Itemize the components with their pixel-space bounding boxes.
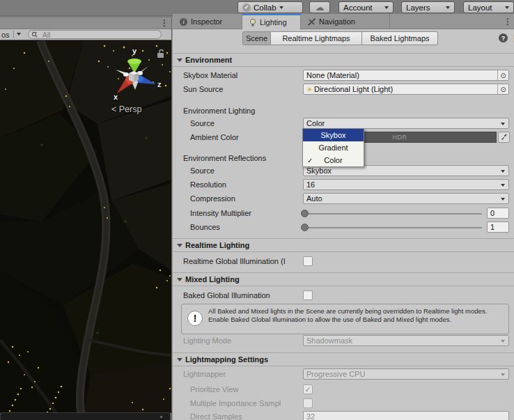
direct-samples-row: Direct Samples 32 (173, 411, 514, 420)
layers-button[interactable]: Layers (401, 1, 455, 13)
account-label: Account (343, 3, 373, 12)
sun-source-row: Sun Source ☀ Directional Light (Light) ⊙ (173, 84, 514, 96)
scene-search-field[interactable] (28, 30, 162, 39)
section-realtime-lighting[interactable]: Realtime Lighting (173, 238, 514, 252)
menu-item-gradient[interactable]: Gradient (303, 141, 364, 154)
sun-source-field[interactable]: ☀ Directional Light (Light) ⊙ (303, 84, 509, 95)
lightmapper-dropdown[interactable]: Progressive CPU (303, 368, 509, 380)
field-label: Intensity Multiplier (190, 209, 251, 217)
skybox-material-row: Skybox Material None (Material) ⊙ (173, 70, 514, 82)
direct-samples-field[interactable]: 32 (303, 411, 509, 420)
warning-box: ! All Baked and Mixed lights in the Scen… (181, 304, 509, 334)
menu-item-skybox[interactable]: Skybox (303, 129, 364, 141)
tab-inspector-label: Inspector (191, 17, 222, 26)
env-lighting-source-dropdown[interactable]: Color (303, 118, 509, 129)
collab-button[interactable]: ✓ Collab (237, 1, 303, 13)
search-input[interactable] (41, 30, 148, 40)
subtab-baked-lightmaps[interactable]: Baked Lightmaps (362, 31, 438, 45)
dropdown-arrow-icon (501, 184, 505, 189)
layout-button[interactable]: Layout (463, 1, 514, 13)
axis-x-label: x (114, 93, 118, 101)
dropdown-arrow-icon (501, 170, 505, 175)
field-label: Realtime Global Illumination (I (183, 257, 286, 265)
resolution-dropdown[interactable]: 16 (303, 179, 509, 190)
field-label: Source (190, 119, 215, 127)
panel-menu-icon[interactable]: ⋮ (160, 19, 169, 27)
field-value: Color (306, 119, 325, 127)
info-icon: i (180, 18, 187, 26)
subtab-realtime-lightmaps[interactable]: Realtime Lightmaps (271, 31, 362, 45)
object-picker-icon[interactable]: ⊙ (497, 84, 508, 94)
subtab-scene[interactable]: Scene (242, 31, 271, 45)
dropdown-arrow-icon (446, 6, 450, 11)
cloud-icon: ☁ (316, 3, 325, 12)
warning-icon: ! (187, 311, 203, 326)
menu-item-label: Color (324, 156, 342, 164)
field-value: Skybox (306, 166, 332, 175)
section-mixed-lighting[interactable]: Mixed Lighting (173, 272, 514, 286)
layers-label: Layers (406, 3, 430, 12)
lighting-mode-row: Lighting Mode Shadowmask (173, 335, 514, 348)
axis-y-label: y (132, 47, 137, 55)
menu-item-color[interactable]: ✓ Color (303, 154, 364, 166)
directional-light-icon: ☀ (306, 86, 313, 93)
dropdown-arrow-icon (384, 6, 389, 11)
dropdown-arrow-icon (501, 373, 505, 378)
foldout-arrow-icon (177, 358, 182, 364)
tab-navigation[interactable]: Navigation (301, 14, 390, 29)
tab-lighting-label: Lighting (260, 18, 287, 26)
multiple-importance-row: Multiple Importance Sampl (173, 398, 514, 410)
realtime-gi-checkbox[interactable] (303, 256, 313, 266)
field-value: Directional Light (Light) (314, 85, 497, 93)
intensity-slider-track[interactable] (304, 213, 482, 215)
intensity-slider-handle[interactable] (301, 210, 309, 217)
field-label: Multiple Importance Sampl (190, 399, 281, 407)
checkmark-icon: ✓ (307, 157, 313, 164)
eyedropper-icon (501, 134, 508, 141)
perspective-label[interactable]: < Persp (111, 104, 141, 114)
panel-menu-icon[interactable]: ⋮ (511, 34, 514, 42)
field-label: Lighting Mode (183, 336, 231, 345)
field-value: 32 (306, 412, 315, 420)
lighting-subtabs: Scene Realtime Lightmaps Baked Lightmaps… (173, 31, 514, 45)
section-title: Lightmapping Settings (185, 355, 268, 364)
account-button[interactable]: Account (338, 1, 394, 13)
skybox-material-field[interactable]: None (Material) ⊙ (303, 70, 509, 81)
foldout-arrow-icon (177, 278, 182, 284)
bounces-value-field[interactable]: 1 (487, 221, 509, 233)
field-value: None (Material) (306, 71, 497, 79)
baked-gi-checkbox[interactable] (303, 290, 313, 300)
hdr-label: HDR (393, 134, 407, 141)
section-lightmapping-settings[interactable]: Lightmapping Settings (173, 352, 514, 366)
collab-check-icon: ✓ (242, 3, 251, 12)
prioritize-view-checkbox[interactable]: ✓ (303, 384, 313, 394)
gizmos-button[interactable]: os (1, 31, 10, 39)
panel-menu-icon[interactable]: ⋮ (504, 17, 512, 26)
bounces-slider-track[interactable] (304, 227, 482, 228)
multiple-importance-checkbox[interactable] (303, 398, 313, 408)
lock-icon[interactable] (157, 49, 164, 58)
group-label: Environment Lighting (183, 107, 255, 115)
object-picker-icon[interactable]: ⊙ (497, 70, 508, 80)
gizmos-dropdown-arrow-icon[interactable] (17, 33, 21, 38)
section-environment[interactable]: Environment (173, 53, 514, 67)
lighting-mode-dropdown[interactable]: Shadowmask (303, 335, 509, 346)
cloud-services-button[interactable]: ☁ (309, 1, 330, 13)
field-label: Compression (190, 194, 235, 203)
compression-dropdown[interactable]: Auto (303, 193, 509, 204)
lighting-panel: i Inspector Lighting Navigation ⋮ Scene … (173, 14, 514, 420)
field-value: Progressive CPU (306, 370, 365, 378)
eyedropper-button[interactable] (498, 132, 510, 143)
layout-label: Layout (468, 3, 492, 12)
bounces-slider-handle[interactable] (301, 224, 309, 231)
intensity-value-field[interactable]: 0 (487, 208, 509, 219)
tab-lighting[interactable]: Lighting (242, 14, 301, 29)
orientation-gizmo[interactable] (0, 40, 171, 124)
bottom-bar-dot (160, 416, 162, 418)
tab-inspector[interactable]: i Inspector (173, 14, 242, 29)
help-icon[interactable]: ? (499, 33, 508, 42)
toolbar-divider (13, 31, 14, 38)
scene-viewport[interactable]: y x z < Persp (0, 40, 171, 413)
environment-lighting-group: Environment Lighting (173, 105, 514, 118)
field-label: Lightmapper (183, 370, 226, 378)
